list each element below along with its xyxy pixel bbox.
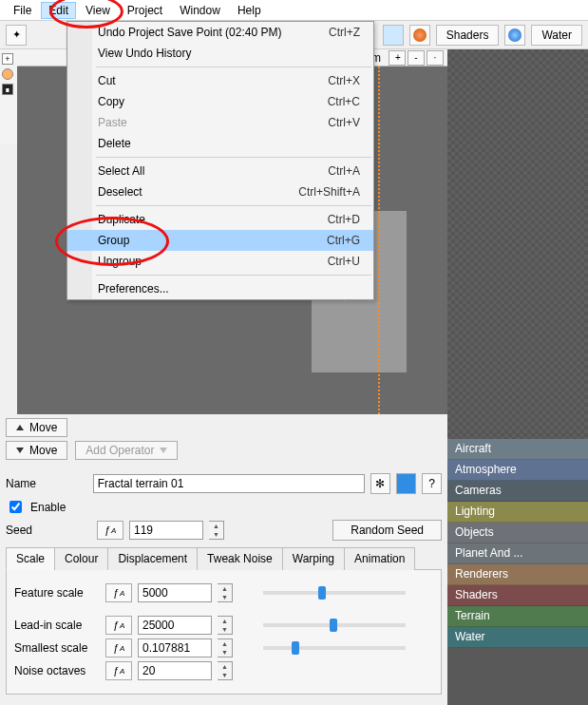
tab-colour[interactable]: Colour [54, 547, 108, 570]
tab-warping[interactable]: Warping [282, 547, 345, 570]
edit-menu-item-deselect[interactable]: DeselectCtrl+Shift+A [67, 181, 373, 202]
settings-gear-icon[interactable]: ✻ [370, 473, 390, 494]
help-icon[interactable]: ? [422, 473, 442, 494]
menu-help[interactable]: Help [230, 2, 269, 19]
category-lighting[interactable]: Lighting [447, 502, 588, 523]
right-sidebar: AircraftAtmosphereCamerasLightingObjects… [447, 49, 588, 705]
triangle-down-icon [16, 448, 24, 453]
enable-label: Enable [30, 501, 66, 514]
edit-menu-item-undo-project-save-point-pm-[interactable]: Undo Project Save Point (02:40 PM)Ctrl+Z [67, 22, 373, 43]
edit-dropdown-menu: Undo Project Save Point (02:40 PM)Ctrl+Z… [66, 21, 374, 300]
tree-expand-icon[interactable]: + [2, 53, 13, 65]
smallest-scale-input[interactable] [138, 638, 212, 657]
tab-body-scale: Feature scale ƒA ▲▼ Lead-in scale ƒA ▲▼ … [6, 570, 442, 695]
fa-icon[interactable]: ƒA [105, 583, 132, 602]
category-shaders[interactable]: Shaders [447, 585, 588, 606]
edit-menu-item-ungroup[interactable]: UngroupCtrl+U [67, 251, 373, 272]
toolbar-shaders-button[interactable] [409, 25, 430, 46]
move-up-button[interactable]: Move [6, 418, 67, 437]
water-drop-icon [508, 29, 522, 42]
sphere-orange-icon [413, 29, 427, 42]
toolbar-new-icon[interactable]: ✦ [6, 25, 27, 46]
fa-icon[interactable]: ƒA [105, 661, 132, 680]
edit-menu-item-duplicate[interactable]: DuplicateCtrl+D [67, 209, 373, 230]
menu-window[interactable]: Window [172, 2, 228, 19]
triangle-up-icon [16, 425, 24, 430]
category-terrain[interactable]: Terrain [447, 606, 588, 627]
edit-menu-item-view-undo-history[interactable]: View Undo History [67, 43, 373, 64]
name-label: Name [6, 477, 87, 490]
category-water[interactable]: Water [447, 627, 588, 648]
random-seed-button[interactable]: Random Seed [332, 520, 442, 541]
edit-menu-item-paste[interactable]: PasteCtrl+V [67, 112, 373, 133]
enable-checkbox[interactable] [9, 501, 22, 513]
menu-project[interactable]: Project [120, 2, 170, 19]
smallest-scale-label: Smallest scale [14, 641, 100, 655]
tabs: Scale Colour Displacement Tweak Noise Wa… [6, 546, 442, 570]
menu-edit[interactable]: Edit [41, 2, 76, 19]
tab-tweak-noise[interactable]: Tweak Noise [197, 547, 283, 570]
edit-menu-item-delete[interactable]: Delete [67, 133, 373, 154]
tab-displacement[interactable]: Displacement [107, 547, 198, 570]
viewport-guide-line [378, 67, 380, 467]
triangle-down-icon [160, 448, 167, 453]
preview-area [447, 49, 588, 439]
tree-node-icon[interactable] [2, 68, 13, 80]
menu-file[interactable]: File [6, 2, 39, 19]
smallest-scale-slider[interactable] [263, 646, 406, 650]
edit-menu-item-cut[interactable]: CutCtrl+X [67, 70, 373, 91]
fa-icon[interactable]: ƒA [97, 521, 123, 540]
zoom-in-button[interactable]: + [389, 50, 406, 66]
lead-in-scale-label: Lead-in scale [14, 619, 100, 632]
toolbar-water-label[interactable]: Water [531, 25, 582, 46]
category-atmosphere[interactable]: Atmosphere [447, 460, 588, 481]
move-down-button[interactable]: Move [6, 441, 67, 460]
lead-in-scale-slider[interactable] [263, 623, 406, 627]
property-panel: Move Move Add Operator Name ✻ ? Enable S… [0, 414, 447, 705]
lead-in-scale-input[interactable] [138, 616, 212, 635]
tab-scale[interactable]: Scale [6, 547, 55, 570]
menu-view[interactable]: View [78, 2, 118, 19]
edit-menu-item-copy[interactable]: CopyCtrl+C [67, 91, 373, 112]
toolbar-water-button[interactable] [504, 25, 525, 46]
seed-label: Seed [6, 524, 91, 537]
category-renderers[interactable]: Renderers [447, 564, 588, 585]
category-planet-and-[interactable]: Planet And ... [447, 543, 588, 564]
toolbar-shaders-label[interactable]: Shaders [436, 25, 500, 46]
seed-spinner[interactable]: ▲▼ [209, 521, 224, 540]
feature-scale-slider[interactable] [263, 591, 406, 595]
feature-scale-input[interactable] [138, 583, 212, 602]
edit-menu-item-group[interactable]: GroupCtrl+G [67, 230, 373, 251]
feature-scale-label: Feature scale [14, 586, 100, 600]
lead-in-scale-spinner[interactable]: ▲▼ [218, 616, 233, 635]
noise-octaves-spinner[interactable]: ▲▼ [218, 661, 233, 680]
smallest-scale-spinner[interactable]: ▲▼ [218, 638, 233, 657]
name-input[interactable] [93, 474, 365, 493]
seed-input[interactable] [129, 521, 203, 540]
tab-animation[interactable]: Animation [344, 547, 415, 570]
category-aircraft[interactable]: Aircraft [447, 439, 588, 460]
category-cameras[interactable]: Cameras [447, 481, 588, 502]
preview-icon[interactable] [396, 473, 416, 494]
fa-icon[interactable]: ƒA [105, 616, 132, 635]
noise-octaves-input[interactable] [138, 661, 212, 680]
tree-collapse-icon[interactable]: ∎ [2, 84, 13, 95]
add-operator-button[interactable]: Add Operator [75, 441, 178, 460]
zoom-out-button[interactable]: - [408, 50, 425, 66]
feature-scale-spinner[interactable]: ▲▼ [218, 583, 233, 602]
fa-icon[interactable]: ƒA [105, 638, 132, 657]
menu-bar: File Edit View Project Window Help [0, 0, 588, 21]
edit-menu-item-preferences-[interactable]: Preferences... [67, 278, 373, 299]
zoom-reset-button[interactable]: · [427, 50, 444, 66]
toolbar-toggle-a[interactable] [383, 25, 404, 46]
left-tree-strip: + ∎ [0, 49, 17, 144]
noise-octaves-label: Noise octaves [14, 664, 100, 677]
category-objects[interactable]: Objects [447, 523, 588, 543]
edit-menu-item-select-all[interactable]: Select AllCtrl+A [67, 161, 373, 181]
